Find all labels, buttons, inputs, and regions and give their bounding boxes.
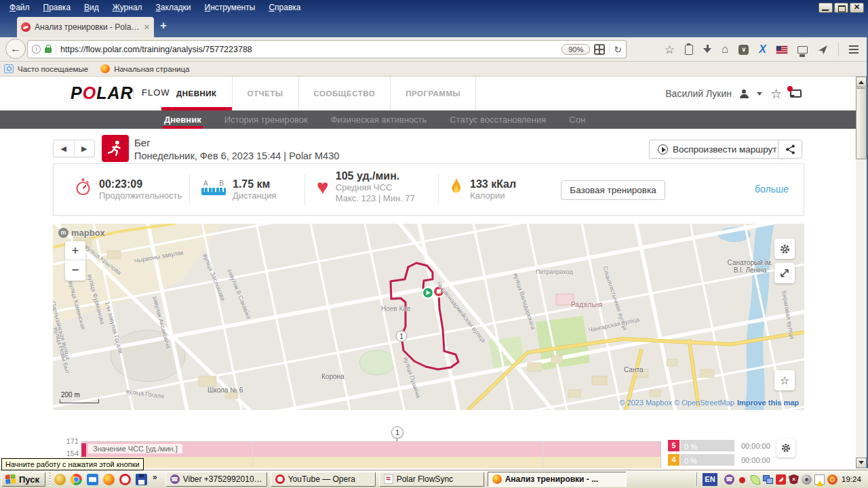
menu-item[interactable]: Справка	[263, 1, 306, 14]
reddot-icon[interactable]	[737, 474, 747, 485]
taskbar-clock[interactable]: 19:24	[842, 475, 865, 483]
subnav-item[interactable]: Физическая активность	[330, 110, 429, 129]
notifications-icon[interactable]	[790, 89, 802, 98]
menu-item[interactable]: Файл	[4, 1, 35, 14]
firefox-icon[interactable]	[103, 474, 115, 485]
page-zoom-badge[interactable]: 90%	[561, 44, 590, 55]
home-icon[interactable]: ⌂	[722, 43, 728, 56]
subnav-item[interactable]: Сон	[568, 110, 587, 129]
bookmark-star-icon[interactable]: ☆	[665, 43, 675, 57]
network-icon[interactable]	[763, 474, 773, 485]
nav-item[interactable]: СООБЩЕСТВО	[299, 77, 391, 110]
opera-icon[interactable]	[119, 474, 131, 485]
chevron-down-icon[interactable]	[757, 92, 762, 98]
reader-tiles-icon[interactable]	[594, 44, 605, 55]
shield-icon[interactable]	[789, 474, 799, 485]
subnav-item[interactable]: Статус восстановления	[448, 110, 547, 129]
chart-lap-marker[interactable]: 1	[391, 426, 403, 439]
flame-icon	[450, 178, 463, 196]
menu-hamburger-icon[interactable]	[849, 45, 859, 47]
nav-item[interactable]: ПРОГРАММЫ	[391, 77, 476, 110]
zoom-out-button[interactable]: −	[65, 260, 85, 279]
floppy-icon[interactable]	[136, 474, 147, 485]
ball-icon[interactable]	[827, 474, 837, 485]
scroll-up-button[interactable]	[856, 77, 867, 87]
nav-item[interactable]: ДНЕВНИК	[161, 77, 233, 110]
share-button[interactable]	[778, 140, 802, 159]
disc-icon[interactable]	[54, 474, 66, 485]
url-bar[interactable]: i https://flow.polar.com/training/analys…	[27, 40, 627, 58]
alert-icon[interactable]	[814, 474, 825, 485]
scroll-down-button[interactable]	[856, 458, 867, 468]
mail-icon[interactable]	[87, 474, 98, 485]
viber-icon[interactable]	[724, 474, 734, 485]
menu-item[interactable]: Вид	[79, 1, 104, 14]
taskbar-button[interactable]: Анализ тренировки - ...	[488, 472, 627, 487]
zoom-in-button[interactable]: +	[65, 241, 85, 260]
menu-item[interactable]: Журнал	[107, 1, 148, 14]
menu-item[interactable]: Закладки	[151, 1, 197, 14]
zone-number: 5	[668, 440, 679, 451]
series-label: Значение ЧСС [уд./мин.]	[88, 444, 182, 453]
improve-map-link[interactable]: Improve this map	[737, 399, 799, 407]
running-icon	[102, 135, 129, 162]
zone-time: 00:00:00	[741, 442, 775, 450]
task-buttons: Viber +375299201085 YouTube — Opera Pola…	[165, 472, 627, 487]
nav-item[interactable]: ОТЧЕТЫ	[233, 77, 299, 110]
taskbar-button[interactable]: Viber +375299201085	[165, 472, 267, 487]
bookmark-item[interactable]: Часто посещаемые	[4, 64, 88, 73]
extension-x-icon[interactable]: X	[759, 43, 766, 56]
taskbar-button[interactable]: YouTube — Opera	[271, 472, 376, 487]
webcam-icon[interactable]	[802, 474, 812, 485]
menu-item[interactable]: Правка	[38, 1, 77, 14]
leaf-icon[interactable]	[750, 474, 760, 485]
subnav-item[interactable]: Дневник	[163, 110, 203, 129]
new-tab-button[interactable]: +	[160, 19, 167, 33]
tab-close-icon[interactable]: ✕	[144, 23, 150, 32]
close-button[interactable]	[850, 3, 864, 13]
chrome-icon[interactable]	[71, 474, 82, 485]
map-settings-button[interactable]	[774, 239, 795, 259]
url-text[interactable]: https://flow.polar.com/training/analysis…	[60, 45, 557, 54]
minimize-button[interactable]	[818, 3, 833, 13]
send-tab-icon[interactable]	[818, 45, 828, 55]
screenshot-icon[interactable]	[797, 46, 808, 54]
menu-item[interactable]: Инструменты	[199, 1, 261, 14]
taskbar-button[interactable]: Polar FlowSync	[379, 472, 484, 487]
pocket-icon[interactable]: ∨	[738, 45, 749, 55]
map-fullscreen-button[interactable]	[774, 263, 795, 283]
page-scrollbar[interactable]	[856, 77, 867, 468]
prev-session-icon[interactable]: ◀	[54, 140, 75, 157]
subnav-item[interactable]: История тренировок	[223, 110, 309, 129]
replay-route-button[interactable]: Воспроизвести маршрут	[649, 140, 786, 159]
more-link[interactable]: больше	[755, 184, 789, 195]
favorites-star-icon[interactable]: ☆	[770, 86, 782, 102]
training-benefit-button[interactable]: Базовая тренировка	[561, 180, 665, 200]
user-icon[interactable]	[740, 89, 749, 98]
back-button[interactable]: ←	[5, 39, 26, 59]
info-icon[interactable]: i	[32, 45, 41, 54]
next-session-icon[interactable]: ▶	[75, 140, 95, 157]
browser-tab[interactable]: Анализ тренировки - Polar F... ✕	[17, 17, 154, 37]
us-flag-icon[interactable]	[776, 46, 787, 54]
polar-logo[interactable]: POLAR	[71, 83, 134, 103]
chart-settings-button[interactable]	[776, 439, 795, 458]
route-map[interactable]: 1 вуліца КрыловаЧырвоны завулаквуліца Фу…	[53, 224, 804, 410]
start-button[interactable]: Пуск	[1, 472, 45, 487]
language-indicator[interactable]: EN	[703, 473, 717, 486]
map-favorite-button[interactable]: ☆	[774, 370, 795, 390]
trend-icon[interactable]	[776, 474, 786, 485]
secondary-nav: ДневникИстория тренировокФизическая акти…	[0, 110, 856, 129]
reload-icon[interactable]: ↻	[614, 44, 622, 55]
quick-launch-overflow[interactable]: »	[153, 472, 157, 482]
restore-button[interactable]	[834, 3, 848, 13]
mapbox-logo[interactable]: m mapbox	[58, 228, 105, 238]
session-pager: ◀ ▶	[53, 140, 95, 157]
task-icon	[384, 474, 393, 484]
user-name[interactable]: Василий Лукин	[665, 88, 732, 99]
library-icon[interactable]	[685, 45, 693, 55]
downloads-icon[interactable]	[703, 45, 711, 54]
bookmark-item[interactable]: Начальная страница	[100, 64, 189, 73]
scrollbar-thumb[interactable]	[856, 88, 867, 159]
hr-chart[interactable]: Значение ЧСС [уд./мин.]	[81, 441, 661, 468]
